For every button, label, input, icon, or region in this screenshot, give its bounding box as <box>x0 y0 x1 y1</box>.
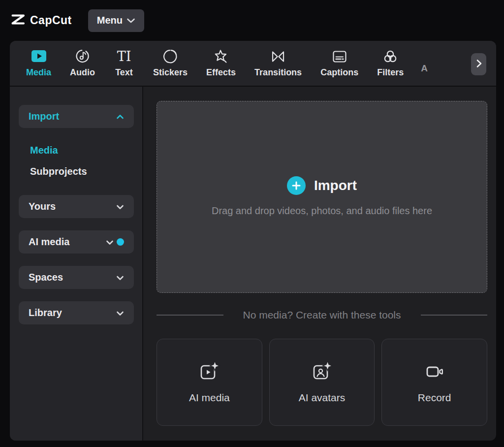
tool-card-label: AI avatars <box>299 392 346 404</box>
tab-text[interactable]: TI Text <box>104 41 144 86</box>
media-icon <box>30 49 48 64</box>
tab-label: Captions <box>320 67 358 78</box>
plus-icon <box>287 176 306 195</box>
record-camera-icon <box>423 361 446 384</box>
tool-card-label: Record <box>418 392 451 404</box>
stickers-icon <box>162 49 178 64</box>
effects-icon <box>213 49 229 64</box>
ai-avatars-icon <box>311 361 333 384</box>
chevron-up-icon <box>116 111 124 122</box>
divider-line-right <box>421 315 488 316</box>
tool-cards: AI media AI avatars <box>157 339 487 426</box>
text-icon: TI <box>114 49 134 64</box>
sidebar-group-yours[interactable]: Yours <box>19 195 134 218</box>
sidebar-group-library[interactable]: Library <box>19 301 134 324</box>
tools-divider-text: No media? Create with these tools <box>243 309 401 321</box>
tab-partial-clipped[interactable]: A <box>413 63 428 74</box>
tab-transitions[interactable]: Transitions <box>245 41 311 86</box>
sidebar-group-label: Library <box>29 307 62 319</box>
media-panel: Media Audio TI Text <box>10 41 496 441</box>
filters-icon <box>382 49 398 64</box>
ai-avatars-card[interactable]: AI avatars <box>269 339 375 426</box>
divider-line-left <box>157 315 223 316</box>
chevron-down-icon <box>116 201 124 212</box>
record-card[interactable]: Record <box>381 339 487 426</box>
tab-label: Filters <box>377 67 404 78</box>
captions-icon <box>331 49 348 64</box>
tabs-overflow-next-button[interactable] <box>471 53 486 75</box>
sidebar-group-import[interactable]: Import <box>19 105 134 128</box>
tab-label: Transitions <box>254 67 302 78</box>
top-bar: CapCut Menu <box>0 0 504 41</box>
sidebar-group-label: Import <box>29 111 59 122</box>
sidebar-group-label: Yours <box>29 201 56 212</box>
tools-divider: No media? Create with these tools <box>157 309 487 321</box>
tab-effects[interactable]: Effects <box>197 41 245 86</box>
audio-icon <box>75 49 91 64</box>
panel-body: Import Media Subprojects Yours AI media <box>10 87 496 441</box>
sidebar-group-spaces[interactable]: Spaces <box>19 266 134 289</box>
new-badge-dot <box>117 238 124 246</box>
tab-filters[interactable]: Filters <box>368 41 413 86</box>
import-title: Import <box>314 178 357 193</box>
sidebar-group-label: AI media <box>29 236 69 248</box>
tab-label: Stickers <box>153 67 188 78</box>
tool-card-label: AI media <box>189 392 230 404</box>
sidebar-group-label: Spaces <box>29 272 63 283</box>
chevron-down-icon <box>106 236 114 248</box>
tab-label: Media <box>26 67 51 78</box>
chevron-right-icon <box>475 59 482 70</box>
tab-captions[interactable]: Captions <box>311 41 368 86</box>
import-dropzone[interactable]: Import Drag and drop videos, photos, and… <box>157 101 487 293</box>
capcut-logo: CapCut <box>11 13 72 28</box>
transitions-icon <box>270 49 286 64</box>
asset-tab-bar: Media Audio TI Text <box>10 41 496 87</box>
ai-media-card[interactable]: AI media <box>157 339 262 426</box>
menu-button[interactable]: Menu <box>88 9 144 32</box>
sidebar-item-media[interactable]: Media <box>19 140 134 161</box>
tab-stickers[interactable]: Stickers <box>144 41 197 86</box>
menu-button-label: Menu <box>97 15 123 26</box>
chevron-down-icon <box>126 15 135 26</box>
capcut-logo-icon <box>11 13 26 28</box>
tab-label: Effects <box>206 67 236 78</box>
tab-media[interactable]: Media <box>17 41 61 86</box>
import-subtitle: Drag and drop videos, photos, and audio … <box>212 203 432 218</box>
chevron-down-icon <box>116 272 124 283</box>
chevron-down-icon <box>116 307 124 319</box>
capcut-logo-text: CapCut <box>30 14 72 27</box>
sidebar-group-ai-media[interactable]: AI media <box>19 230 134 254</box>
svg-text:TI: TI <box>117 49 131 64</box>
tab-label: Audio <box>70 67 95 78</box>
media-sidebar: Import Media Subprojects Yours AI media <box>10 87 143 441</box>
sidebar-item-subprojects[interactable]: Subprojects <box>19 161 134 182</box>
media-content: Import Drag and drop videos, photos, and… <box>143 87 496 441</box>
tab-audio[interactable]: Audio <box>61 41 104 86</box>
ai-media-icon <box>198 361 220 384</box>
tab-label: Text <box>115 67 133 78</box>
